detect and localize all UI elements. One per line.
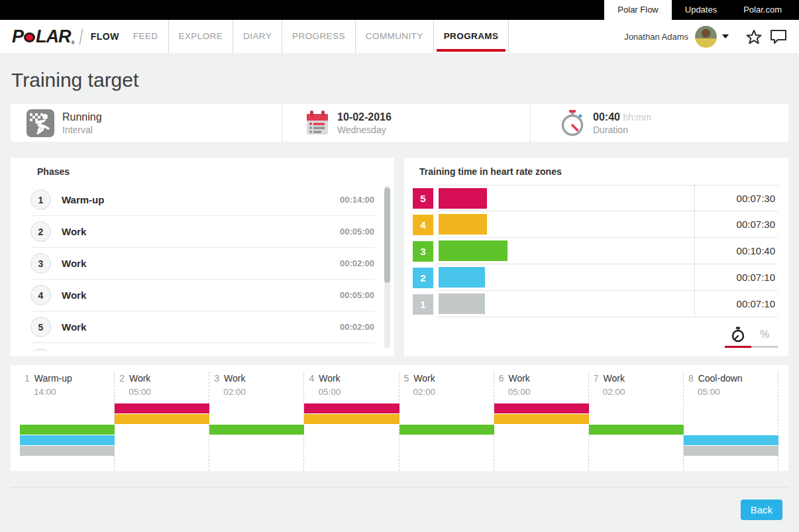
topbar-tab-updates[interactable]: Updates xyxy=(672,0,730,20)
timeline-segment-bars xyxy=(304,403,398,457)
date-summary: 10-02-2016 Wednesday xyxy=(282,104,530,142)
phase-number: 4 xyxy=(30,285,51,305)
chevron-down-icon[interactable] xyxy=(722,34,729,38)
timeline-segment-duration: 02:00 xyxy=(223,387,303,397)
user-avatar[interactable] xyxy=(695,26,717,48)
nav-item-community[interactable]: COMMUNITY xyxy=(356,20,434,53)
timeline-zone-bar xyxy=(115,414,209,424)
phase-duration: 00:05:00 xyxy=(340,227,374,237)
timeline-segment-name: Work xyxy=(508,373,529,384)
timeline-segment-duration: 02:00 xyxy=(413,387,494,397)
phase-row xyxy=(30,343,374,351)
nav-item-explore[interactable]: EXPLORE xyxy=(169,20,234,53)
zone-bar xyxy=(439,267,485,288)
timeline-zone-bar xyxy=(20,446,115,456)
stopwatch-icon xyxy=(560,109,585,137)
user-area: Jonathan Adams xyxy=(624,26,787,48)
zone-row: 200:07:10 xyxy=(413,264,778,291)
duration-label: Duration xyxy=(593,125,651,135)
timeline-segment-number: 5 xyxy=(404,373,409,384)
zone-bar xyxy=(439,293,485,314)
phase-number: 1 xyxy=(30,189,51,210)
zone-row-body: 00:07:10 xyxy=(437,264,778,291)
timeline-zone-bar xyxy=(684,435,778,445)
duration-unit: hh:mm xyxy=(623,112,651,123)
phase-number xyxy=(30,348,51,351)
timeline-zone-bar xyxy=(589,425,684,435)
zone-number-badge: 4 xyxy=(413,215,433,235)
phase-timeline: 1Warm-up14:002Work05:003Work02:004Work05… xyxy=(11,365,788,471)
timeline-zone-bar xyxy=(20,425,115,435)
polar-logo[interactable]: PLAR® xyxy=(12,27,74,47)
zone-row: 100:07:10 xyxy=(413,291,778,317)
timeline-segment-number: 3 xyxy=(214,373,219,384)
phases-panel: Phases 1Warm-up00:14:002Work00:05:003Wor… xyxy=(11,158,394,356)
target-weekday: Wednesday xyxy=(337,125,392,135)
nav-item-progress[interactable]: PROGRESS xyxy=(282,20,356,53)
chat-bubble-icon[interactable] xyxy=(770,29,787,44)
topbar-tab-polar-flow[interactable]: Polar Flow xyxy=(604,0,671,20)
toggle-time-button[interactable] xyxy=(725,321,751,348)
favorites-star-icon[interactable] xyxy=(746,29,762,44)
timeline-segment-header: 2Work xyxy=(115,373,209,384)
timeline-segment-bars xyxy=(115,403,209,457)
zone-bar-track xyxy=(437,264,695,290)
timeline-segment-bars xyxy=(209,403,303,457)
user-name[interactable]: Jonathan Adams xyxy=(624,32,688,42)
running-sport-icon xyxy=(27,109,54,137)
target-summary-card: Running Interval 10-02-2016 Wednesday xyxy=(11,104,788,142)
timeline-segment-bars xyxy=(494,403,588,457)
sport-type: Interval xyxy=(62,125,102,135)
timeline-segment-number: 8 xyxy=(688,373,694,384)
phases-scrollbar-thumb[interactable] xyxy=(384,187,390,283)
timeline-segment-number: 6 xyxy=(499,373,504,384)
timeline-segment-header: 1Warm-up xyxy=(20,373,114,384)
zone-time-value: 00:07:30 xyxy=(695,193,778,204)
toggle-percent-button[interactable]: % xyxy=(751,321,778,348)
timeline-segment-header: 6Work xyxy=(494,373,588,384)
sport-name: Running xyxy=(62,111,102,123)
timeline-segment-duration: 14:00 xyxy=(34,387,114,397)
timeline-segment: 4Work05:00 xyxy=(304,372,399,471)
zone-number-badge: 2 xyxy=(413,268,433,288)
timeline-segment-duration: 05:00 xyxy=(318,387,398,397)
phase-duration: 00:05:00 xyxy=(340,290,374,300)
timeline-segment-number: 7 xyxy=(594,373,599,384)
timeline-segment-number: 4 xyxy=(309,373,314,384)
timeline-segment-number: 2 xyxy=(119,373,125,384)
timeline-segment-name: Warm-up xyxy=(34,373,72,384)
timeline-zone-bar xyxy=(115,403,209,413)
zone-row-body: 00:07:10 xyxy=(437,291,778,317)
main-navbar: PLAR® FLOW FEEDEXPLOREDIARYPROGRESSCOMMU… xyxy=(0,20,799,53)
logo-text-p: P xyxy=(12,27,23,47)
zone-row: 500:07:30 xyxy=(413,185,778,211)
nav-item-diary[interactable]: DIARY xyxy=(233,20,282,53)
phase-name: Warm-up xyxy=(62,194,104,205)
phases-scrollbar-track[interactable] xyxy=(384,186,390,348)
zone-row: 400:07:30 xyxy=(413,211,778,238)
target-date: 10-02-2016 xyxy=(337,111,392,123)
timeline-zone-bar xyxy=(494,414,589,424)
calendar-icon xyxy=(305,110,329,136)
logo-red-o-icon xyxy=(24,32,35,42)
back-button[interactable]: Back xyxy=(741,500,782,520)
nav-item-programs[interactable]: PROGRAMS xyxy=(434,20,509,53)
zone-bar-track xyxy=(437,211,695,237)
phase-row: 5Work00:02:00 xyxy=(30,311,374,343)
phase-number: 5 xyxy=(30,317,51,337)
stopwatch-toggle-icon xyxy=(731,327,745,343)
topbar-tab-polar-com[interactable]: Polar.com xyxy=(730,0,795,20)
timeline-segment-header: 8Cool-down xyxy=(684,373,778,384)
nav-item-flow[interactable]: FLOW xyxy=(91,31,119,42)
phase-number: 3 xyxy=(30,253,51,274)
phase-row: 3Work00:02:00 xyxy=(30,248,374,280)
nav-item-feed[interactable]: FEED xyxy=(123,20,169,53)
timeline-segment-name: Work xyxy=(319,373,340,384)
phase-duration: 00:14:00 xyxy=(340,195,374,205)
zone-bar xyxy=(439,214,487,235)
phase-name: Work xyxy=(62,321,86,333)
timeline-segment-header: 4Work xyxy=(304,373,398,384)
zone-time-value: 00:07:10 xyxy=(695,272,778,283)
phase-name: Work xyxy=(62,290,86,301)
timeline-segment: 1Warm-up14:00 xyxy=(20,372,115,471)
